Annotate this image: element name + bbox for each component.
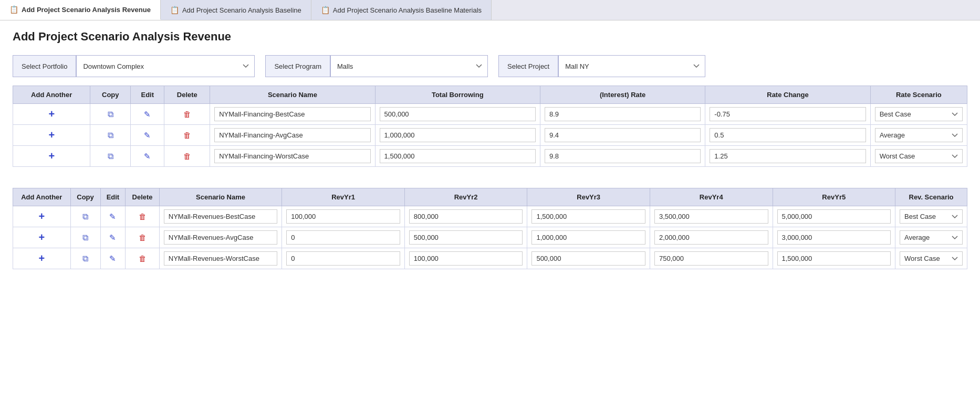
page-title: Add Project Scenario Analysis Revenue [0,20,980,50]
financing-rate-change-input-1[interactable] [710,128,866,142]
revenue-copy-btn-0[interactable]: ⧉ [82,212,88,221]
revenue-rev-yr3-input-1[interactable] [531,230,645,245]
financing-total-borrowing-input-1[interactable] [380,128,536,142]
revenue-edit-btn-1[interactable]: ✎ [109,233,116,242]
financing-rate-change-input-2[interactable] [710,149,866,163]
financing-interest-rate-cell [540,125,705,146]
financing-delete-btn-cell: 🗑 [164,104,210,125]
revenue-scenario-name-cell [159,206,282,227]
revenue-rev-scenario-select-1[interactable]: Best CaseAverageWorst Case [900,230,963,245]
financing-copy-btn-2[interactable]: ⧉ [108,152,113,161]
financing-rate-change-cell [705,104,870,125]
revenue-scenario-name-input-2[interactable] [164,251,278,266]
revenue-scenario-name-input-1[interactable] [164,230,278,245]
financing-add-btn-0[interactable]: + [48,108,55,120]
financing-rate-change-input-0[interactable] [710,107,866,121]
revenue-edit-btn-0[interactable]: ✎ [109,212,116,221]
financing-delete-btn-1[interactable]: 🗑 [183,131,191,140]
revenue-add-btn-1[interactable]: + [38,231,45,244]
financing-scenario-name-input-2[interactable] [214,149,370,163]
financing-add-btn-cell: + [13,104,90,125]
financing-add-btn-1[interactable]: + [48,129,55,141]
financing-interest-rate-input-2[interactable] [545,149,701,163]
revenue-add-btn-cell: + [13,248,71,269]
revenue-header-rev-yr2: RevYr2 [404,188,527,206]
project-selector-group: Select Project Mall NY [498,55,705,77]
financing-total-borrowing-input-0[interactable] [380,107,536,121]
financing-interest-rate-input-0[interactable] [545,107,701,121]
project-select[interactable]: Mall NY [558,55,705,77]
revenue-edit-btn-2[interactable]: ✎ [109,254,116,263]
revenue-rev-yr3-input-0[interactable] [531,209,645,224]
revenue-rev-yr5-input-0[interactable] [777,209,891,224]
revenue-table-row: +⧉✎🗑Best CaseAverageWorst Case [13,248,967,269]
financing-table-row: +⧉✎🗑Best CaseAverageWorst Case [13,146,967,167]
revenue-header-delete: Delete [126,188,159,206]
revenue-rev-scenario-select-2[interactable]: Best CaseAverageWorst Case [900,251,963,266]
revenue-delete-btn-cell: 🗑 [126,206,159,227]
financing-table-row: +⧉✎🗑Best CaseAverageWorst Case [13,125,967,146]
financing-edit-btn-1[interactable]: ✎ [144,131,151,140]
revenue-rev-yr2-input-2[interactable] [409,251,523,266]
revenue-rev-yr2-cell [404,227,527,248]
revenue-copy-btn-cell: ⧉ [70,248,100,269]
financing-delete-btn-2[interactable]: 🗑 [183,152,191,161]
financing-interest-rate-input-1[interactable] [545,128,701,142]
financing-edit-btn-2[interactable]: ✎ [144,152,151,161]
program-label: Select Program [265,55,330,77]
financing-delete-btn-0[interactable]: 🗑 [183,110,191,119]
program-select[interactable]: Malls [330,55,488,77]
financing-edit-btn-0[interactable]: ✎ [144,110,151,119]
financing-rate-scenario-select-2[interactable]: Best CaseAverageWorst Case [875,149,963,163]
revenue-rev-yr5-cell [773,227,895,248]
portfolio-select[interactable]: Downtown Complex [76,55,255,77]
financing-rate-scenario-select-0[interactable]: Best CaseAverageWorst Case [875,107,963,121]
program-selector-group: Select Program Malls [265,55,488,77]
revenue-header-rev-yr4: RevYr4 [650,188,773,206]
financing-edit-btn-cell: ✎ [131,125,164,146]
revenue-rev-yr2-input-1[interactable] [409,230,523,245]
revenue-rev-yr5-input-1[interactable] [777,230,891,245]
revenue-add-btn-cell: + [13,227,71,248]
financing-table-section: Add Another Copy Edit Delete Scenario Na… [0,86,980,188]
financing-add-btn-cell: + [13,125,90,146]
financing-scenario-name-cell [210,125,375,146]
revenue-rev-yr3-input-2[interactable] [531,251,645,266]
revenue-rev-yr3-cell [527,206,650,227]
revenue-rev-yr1-input-0[interactable] [286,209,400,224]
revenue-rev-yr1-cell [282,227,405,248]
revenue-scenario-name-input-0[interactable] [164,209,278,224]
financing-scenario-name-input-1[interactable] [214,128,370,142]
revenue-rev-yr4-input-2[interactable] [654,251,768,266]
revenue-delete-btn-cell: 🗑 [126,227,159,248]
revenue-rev-yr2-input-0[interactable] [409,209,523,224]
revenue-delete-btn-0[interactable]: 🗑 [139,212,147,221]
revenue-rev-scenario-select-0[interactable]: Best CaseAverageWorst Case [900,209,963,224]
revenue-copy-btn-2[interactable]: ⧉ [82,254,88,263]
financing-add-btn-2[interactable]: + [48,150,55,162]
tab-baseline-materials[interactable]: 📋 Add Project Scenario Analysis Baseline… [311,0,492,20]
revenue-delete-btn-2[interactable]: 🗑 [139,254,147,263]
financing-total-borrowing-cell [375,104,540,125]
financing-copy-btn-0[interactable]: ⧉ [108,110,113,119]
financing-copy-btn-1[interactable]: ⧉ [108,131,113,140]
tab-baseline-materials-icon: 📋 [321,6,330,14]
revenue-rev-yr1-input-1[interactable] [286,230,400,245]
revenue-rev-yr4-input-0[interactable] [654,209,768,224]
tab-revenue[interactable]: 📋 Add Project Scenario Analysis Revenue [0,0,161,20]
tab-revenue-icon: 📋 [9,5,18,14]
revenue-add-btn-0[interactable]: + [38,210,45,223]
revenue-add-btn-2[interactable]: + [38,252,45,265]
financing-scenario-name-input-0[interactable] [214,107,370,121]
financing-rate-scenario-cell: Best CaseAverageWorst Case [870,146,967,167]
financing-rate-scenario-select-1[interactable]: Best CaseAverageWorst Case [875,128,963,142]
tab-baseline[interactable]: 📋 Add Project Scenario Analysis Baseline [161,0,311,20]
revenue-rev-yr4-input-1[interactable] [654,230,768,245]
revenue-rev-yr1-input-2[interactable] [286,251,400,266]
revenue-rev-yr5-input-2[interactable] [777,251,891,266]
revenue-delete-btn-1[interactable]: 🗑 [139,233,147,242]
financing-total-borrowing-input-2[interactable] [380,149,536,163]
financing-delete-btn-cell: 🗑 [164,125,210,146]
revenue-header-copy: Copy [70,188,100,206]
revenue-copy-btn-1[interactable]: ⧉ [82,233,88,242]
